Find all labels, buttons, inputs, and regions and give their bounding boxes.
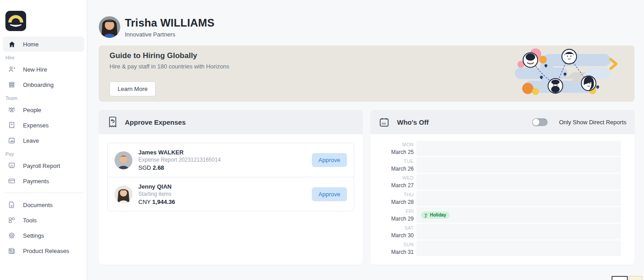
palm-tree-icon <box>423 212 429 218</box>
sidebar-item-expenses[interactable]: Expenses <box>3 117 84 133</box>
calendar-icon <box>379 117 390 128</box>
whos-off-header: Who's Off Only Show Direct Reports <box>370 110 635 134</box>
sidebar-item-home[interactable]: Home <box>3 36 84 52</box>
sidebar-section-pay: Pay <box>5 151 84 157</box>
sidebar-item-label: Product Releases <box>23 248 69 254</box>
sidebar-item-label: Home <box>23 41 39 48</box>
sidebar-item-payments[interactable]: Payments <box>3 173 84 189</box>
day-labels: SUN March 31 <box>384 240 414 256</box>
receipt-icon <box>7 121 16 130</box>
corner-widget[interactable] <box>612 276 642 280</box>
sidebar-item-tools[interactable]: Tools <box>3 212 84 228</box>
sidebar-section-hire: Hire <box>5 55 84 60</box>
day-row-tue: TUE March 26 <box>384 157 621 173</box>
day-row-sat: SAT March 30 <box>384 224 621 239</box>
approve-button[interactable]: Approve <box>312 187 347 201</box>
card-title: Who's Off <box>397 118 429 126</box>
user-avatar[interactable] <box>99 16 120 38</box>
day-labels: SAT March 30 <box>384 224 414 239</box>
day-lane[interactable] <box>416 190 621 206</box>
payroll-chart-icon <box>7 161 16 170</box>
sidebar-item-label: Onboarding <box>23 81 54 88</box>
weekday-label: MON <box>384 142 414 147</box>
weekday-label: SAT <box>384 225 414 230</box>
learn-more-button[interactable]: Learn More <box>110 81 155 96</box>
credit-card-icon <box>7 176 16 185</box>
direct-reports-toggle[interactable] <box>532 118 548 126</box>
sidebar-item-label: Payments <box>23 178 49 185</box>
expense-info: James WALKER Expense Report 202312131650… <box>138 149 312 171</box>
day-row-fri: FRI March 29 Holiday <box>384 207 621 223</box>
people-icon <box>7 105 16 114</box>
sidebar-item-label: Documents <box>23 202 53 208</box>
holiday-badge-label: Holiday <box>430 212 446 217</box>
whos-off-card: Who's Off Only Show Direct Reports MON M… <box>370 110 635 265</box>
hiring-banner: Guide to Hiring Globally Hire & pay staf… <box>99 45 635 102</box>
day-labels: WED March 27 <box>384 174 414 190</box>
day-lane[interactable] <box>416 140 621 156</box>
sidebar-section-team: Team <box>5 95 84 101</box>
day-row-thu: THU March 28 <box>384 190 621 206</box>
page-title: Trisha WILLIAMS <box>125 17 215 29</box>
currency-code: CNY <box>138 199 151 205</box>
sidebar-item-leave[interactable]: Leave <box>3 133 84 148</box>
expense-description: Expense Report 20231213165014 <box>138 157 312 163</box>
amount-value: 1,944.36 <box>152 199 175 205</box>
day-lane[interactable] <box>416 157 621 173</box>
date-label: March 31 <box>384 249 414 255</box>
approve-expenses-card: Approve Expenses <box>99 110 363 265</box>
day-row-mon: MON March 25 <box>384 140 621 156</box>
sidebar-item-onboarding[interactable]: Onboarding <box>3 77 84 92</box>
home-icon <box>7 40 16 49</box>
sidebar-item-label: Settings <box>23 232 44 239</box>
banner-illustration <box>499 47 620 100</box>
sidebar-item-new-hire[interactable]: New Hire <box>3 62 84 77</box>
currency-code: SGD <box>138 164 151 171</box>
expense-amount: SGD 2.68 <box>138 164 312 171</box>
day-lane[interactable]: Holiday <box>416 207 621 223</box>
day-lane[interactable] <box>416 240 621 256</box>
calendar-icon <box>7 136 16 145</box>
expense-amount: CNY 1,944.36 <box>138 199 312 205</box>
sidebar-item-people[interactable]: People <box>3 102 84 117</box>
document-icon <box>7 200 16 209</box>
day-lane[interactable] <box>416 224 621 239</box>
holiday-badge[interactable]: Holiday <box>421 212 450 219</box>
toggle-label: Only Show Direct Reports <box>559 119 626 126</box>
date-label: March 28 <box>384 199 414 205</box>
sidebar-item-product-releases[interactable]: Product Releases <box>3 243 84 258</box>
date-label: March 30 <box>384 232 414 239</box>
toggle-knob <box>533 119 539 126</box>
newspaper-icon <box>7 246 16 255</box>
card-title: Approve Expenses <box>125 118 186 126</box>
day-row-sun: SUN March 31 <box>384 240 621 256</box>
sidebar-item-settings[interactable]: Settings <box>3 228 84 243</box>
sidebar-item-label: Payroll Report <box>23 163 60 169</box>
weekday-label: SUN <box>384 242 414 247</box>
corner-widget-pane <box>612 276 628 280</box>
gear-icon <box>7 231 16 240</box>
sidebar-item-label: New Hire <box>23 66 47 73</box>
approve-expenses-header: Approve Expenses <box>99 110 363 134</box>
approve-button[interactable]: Approve <box>312 153 347 167</box>
dashboard-cards: Approve Expenses <box>99 110 635 265</box>
expense-list: James WALKER Expense Report 202312131650… <box>107 143 354 212</box>
date-label: March 29 <box>384 216 414 222</box>
company-name: Innovative Partners <box>125 31 215 38</box>
date-label: March 25 <box>384 149 414 155</box>
profile-header: Trisha WILLIAMS Innovative Partners <box>99 16 635 38</box>
expense-description: Starting items <box>138 191 312 197</box>
list-icon <box>7 80 16 89</box>
sidebar-item-documents[interactable]: Documents <box>3 197 84 212</box>
horizons-logo[interactable] <box>5 11 26 31</box>
expense-list-body: James WALKER Expense Report 202312131650… <box>99 134 363 220</box>
sidebar-item-label: People <box>23 107 41 113</box>
main-content: Trisha WILLIAMS Innovative Partners Guid… <box>87 0 644 280</box>
date-label: March 27 <box>384 182 414 189</box>
user-plus-icon <box>7 65 16 74</box>
sidebar-item-payroll-report[interactable]: Payroll Report <box>3 158 84 173</box>
expense-row: James WALKER Expense Report 202312131650… <box>108 143 354 177</box>
weekday-label: THU <box>384 192 414 197</box>
sidebar-item-label: Expenses <box>23 122 49 129</box>
day-lane[interactable] <box>416 174 621 190</box>
